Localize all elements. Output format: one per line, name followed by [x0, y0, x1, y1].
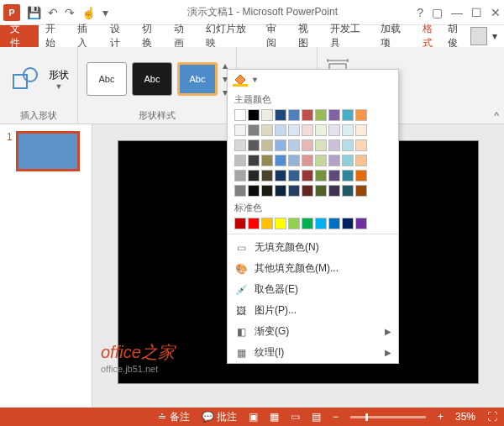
tab-file[interactable]: 文件 — [0, 25, 39, 47]
color-swatch[interactable] — [248, 109, 260, 121]
color-swatch[interactable] — [288, 155, 300, 166]
color-swatch[interactable] — [328, 109, 340, 121]
slide-thumbnail-1[interactable]: 1 — [7, 131, 85, 171]
minimize-icon[interactable]: — — [451, 6, 463, 19]
color-swatch[interactable] — [275, 155, 286, 166]
color-swatch[interactable] — [342, 109, 354, 121]
tab-transitions[interactable]: 切换 — [135, 25, 167, 47]
color-swatch[interactable] — [328, 124, 340, 136]
color-swatch[interactable] — [315, 139, 327, 151]
tab-review[interactable]: 审阅 — [260, 25, 291, 47]
color-swatch[interactable] — [261, 155, 273, 166]
color-swatch[interactable] — [248, 185, 260, 197]
texture-fill-item[interactable]: ▦纹理(I)▶ — [228, 342, 398, 363]
color-swatch[interactable] — [302, 185, 313, 197]
user-area[interactable]: 胡俊 ▾ — [448, 22, 504, 50]
slide-thumbnail-pane[interactable]: 1 — [0, 124, 92, 408]
tab-insert[interactable]: 插入 — [71, 25, 102, 47]
color-swatch[interactable] — [328, 170, 340, 181]
shapes-gallery-icon[interactable] — [8, 61, 44, 97]
undo-icon[interactable]: ↶ — [48, 6, 58, 19]
user-dropdown-icon[interactable]: ▾ — [492, 30, 497, 42]
color-swatch[interactable] — [302, 109, 313, 121]
color-swatch[interactable] — [302, 170, 313, 181]
color-swatch[interactable] — [355, 185, 367, 197]
close-icon[interactable]: ✕ — [491, 6, 501, 19]
ribbon-display-icon[interactable]: ▢ — [432, 6, 443, 19]
color-swatch[interactable] — [234, 185, 246, 197]
color-swatch[interactable] — [355, 124, 367, 136]
color-swatch[interactable] — [342, 185, 354, 197]
qat-dropdown-icon[interactable]: ▾ — [102, 6, 108, 19]
color-swatch[interactable] — [248, 170, 260, 181]
tab-slideshow[interactable]: 幻灯片放映 — [199, 25, 259, 47]
redo-icon[interactable]: ↷ — [65, 6, 75, 19]
tab-design[interactable]: 设计 — [103, 25, 135, 47]
color-swatch[interactable] — [342, 170, 354, 181]
color-swatch[interactable] — [328, 185, 340, 197]
help-icon[interactable]: ? — [417, 6, 423, 19]
color-swatch[interactable] — [355, 218, 367, 229]
color-swatch[interactable] — [275, 109, 286, 121]
color-swatch[interactable] — [261, 218, 273, 229]
color-swatch[interactable] — [315, 155, 327, 166]
color-swatch[interactable] — [234, 170, 246, 181]
color-swatch[interactable] — [342, 155, 354, 166]
color-swatch[interactable] — [234, 155, 246, 166]
color-swatch[interactable] — [261, 109, 273, 121]
color-swatch[interactable] — [315, 109, 327, 121]
slideshow-view-icon[interactable]: ▤ — [312, 411, 321, 423]
color-swatch[interactable] — [315, 124, 327, 136]
color-swatch[interactable] — [302, 218, 313, 229]
color-swatch[interactable] — [261, 124, 273, 136]
color-swatch[interactable] — [234, 109, 246, 121]
style-preset-1[interactable]: Abc — [87, 62, 127, 96]
color-swatch[interactable] — [275, 170, 286, 181]
color-swatch[interactable] — [275, 139, 286, 151]
color-swatch[interactable] — [328, 139, 340, 151]
color-swatch[interactable] — [288, 139, 300, 151]
color-swatch[interactable] — [288, 185, 300, 197]
gradient-fill-item[interactable]: ◧渐变(G)▶ — [228, 321, 398, 342]
color-swatch[interactable] — [302, 124, 313, 136]
color-swatch[interactable] — [302, 139, 313, 151]
sorter-view-icon[interactable]: ▦ — [270, 411, 279, 423]
style-preset-2[interactable]: Abc — [132, 62, 172, 96]
tab-addins[interactable]: 加载项 — [374, 25, 415, 47]
zoom-slider[interactable] — [350, 416, 426, 418]
color-swatch[interactable] — [355, 109, 367, 121]
color-swatch[interactable] — [315, 185, 327, 197]
comments-button[interactable]: 💬 批注 — [202, 410, 237, 424]
picture-fill-item[interactable]: 🖼图片(P)... — [228, 300, 398, 321]
style-preset-3[interactable]: Abc — [177, 62, 218, 96]
shape-style-gallery[interactable]: Abc Abc Abc — [87, 62, 218, 96]
color-swatch[interactable] — [234, 139, 246, 151]
zoom-level[interactable]: 35% — [455, 411, 475, 423]
tab-developer[interactable]: 开发工具 — [323, 25, 374, 47]
color-swatch[interactable] — [328, 155, 340, 166]
normal-view-icon[interactable]: ▣ — [249, 411, 258, 423]
tab-view[interactable]: 视图 — [291, 25, 323, 47]
collapse-ribbon-icon[interactable]: ^ — [494, 110, 499, 122]
color-swatch[interactable] — [234, 218, 246, 229]
zoom-in-icon[interactable]: + — [438, 411, 444, 423]
color-swatch[interactable] — [288, 218, 300, 229]
color-swatch[interactable] — [248, 139, 260, 151]
tab-format[interactable]: 格式 — [416, 25, 448, 47]
chevron-down-icon[interactable]: ▼ — [251, 76, 259, 84]
color-swatch[interactable] — [302, 155, 313, 166]
color-swatch[interactable] — [355, 170, 367, 181]
color-swatch[interactable] — [342, 218, 354, 229]
color-swatch[interactable] — [288, 124, 300, 136]
color-swatch[interactable] — [288, 109, 300, 121]
color-swatch[interactable] — [315, 170, 327, 181]
chevron-down-icon[interactable]: ▼ — [55, 82, 63, 91]
color-swatch[interactable] — [355, 155, 367, 166]
zoom-out-icon[interactable]: − — [333, 411, 339, 423]
no-fill-item[interactable]: ▭无填充颜色(N) — [228, 237, 398, 258]
color-swatch[interactable] — [248, 218, 260, 229]
eyedropper-item[interactable]: 💉取色器(E) — [228, 279, 398, 300]
color-swatch[interactable] — [261, 170, 273, 181]
color-swatch[interactable] — [275, 124, 286, 136]
save-icon[interactable]: 💾 — [27, 6, 41, 19]
